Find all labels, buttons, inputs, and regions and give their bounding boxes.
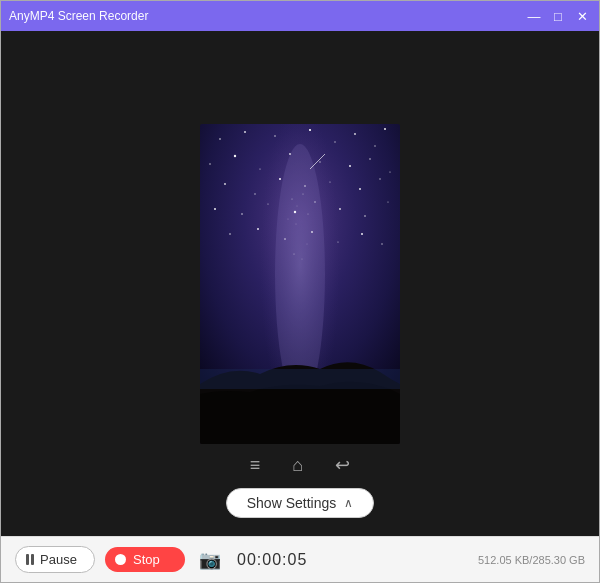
svg-point-48 [307,243,308,244]
svg-point-40 [381,243,382,244]
svg-point-43 [303,193,304,194]
pause-button[interactable]: Pause [15,546,95,573]
show-settings-button[interactable]: Show Settings ∧ [226,488,375,518]
show-settings-label: Show Settings [247,495,337,511]
svg-point-49 [294,253,295,254]
svg-point-14 [289,153,291,155]
svg-point-2 [275,144,325,404]
svg-point-29 [294,210,296,212]
svg-point-5 [274,135,275,136]
svg-point-25 [379,178,380,179]
svg-point-35 [257,228,259,230]
svg-point-31 [339,208,341,210]
svg-point-23 [329,181,330,182]
menu-icon[interactable]: ≡ [250,455,261,476]
svg-point-19 [224,183,226,185]
svg-rect-52 [200,369,400,389]
svg-point-41 [292,198,293,199]
svg-point-45 [308,213,309,214]
svg-point-38 [337,241,338,242]
svg-point-24 [359,188,361,190]
svg-point-3 [219,138,221,140]
back-icon[interactable]: ↩ [335,454,350,476]
stop-button[interactable]: Stop [105,547,185,572]
svg-point-18 [389,171,390,172]
stop-label: Stop [133,552,160,567]
svg-point-9 [374,145,375,146]
window-controls: — □ ✕ [525,7,591,25]
svg-point-30 [314,201,315,202]
svg-point-28 [267,203,268,204]
svg-point-26 [214,208,216,210]
svg-point-8 [354,133,356,135]
svg-point-32 [364,215,366,217]
svg-point-4 [244,131,246,133]
svg-point-50 [302,258,303,259]
show-settings-area: Show Settings ∧ [1,488,599,518]
svg-point-10 [384,128,386,130]
svg-point-21 [279,177,281,179]
svg-point-27 [241,213,243,215]
pause-icon [26,554,34,565]
svg-point-39 [361,233,363,235]
svg-point-47 [285,238,286,239]
svg-point-11 [209,163,211,165]
svg-point-34 [229,233,231,235]
titlebar: AnyMP4 Screen Recorder — □ ✕ [1,1,599,31]
preview-area: ≡ ⌂ ↩ Show Settings ∧ [1,31,599,536]
svg-point-33 [387,201,388,202]
storage-info: 512.05 KB/285.30 GB [478,554,585,566]
video-preview [200,124,400,444]
svg-point-42 [297,205,298,206]
svg-point-15 [319,161,320,162]
svg-point-22 [304,185,306,187]
maximize-button[interactable]: □ [549,7,567,25]
minimize-button[interactable]: — [525,7,543,25]
home-icon[interactable]: ⌂ [292,455,303,476]
svg-point-7 [334,141,335,142]
timer-display: 00:00:05 [237,551,307,569]
pause-label: Pause [40,552,77,567]
svg-point-13 [259,168,260,169]
screenshot-button[interactable]: 📷 [195,545,225,575]
stop-icon [115,554,126,565]
chevron-up-icon: ∧ [344,496,353,510]
close-button[interactable]: ✕ [573,7,591,25]
svg-point-20 [254,193,255,194]
svg-point-46 [296,223,297,224]
svg-point-16 [349,165,351,167]
main-toolbar: ≡ ⌂ ↩ [1,454,599,476]
svg-point-37 [311,231,313,233]
svg-point-17 [369,158,371,160]
camera-icon: 📷 [199,550,221,570]
app-window: AnyMP4 Screen Recorder — □ ✕ [0,0,600,583]
statusbar: Pause Stop 📷 00:00:05 512.05 KB/285.30 G… [1,536,599,582]
svg-point-12 [234,154,236,156]
svg-point-44 [288,218,289,219]
app-title: AnyMP4 Screen Recorder [9,9,525,23]
svg-point-6 [309,128,311,130]
